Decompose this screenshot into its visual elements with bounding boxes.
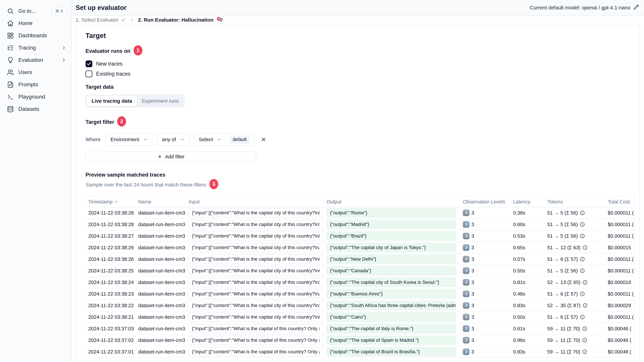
input-preview-chip[interactable]: {"input":[{"content":"What is the capita… xyxy=(188,301,320,310)
input-preview-chip[interactable]: {"input":[{"content":"What is the capita… xyxy=(188,278,320,287)
input-preview-chip[interactable]: {"input":[{"content":"What is the capita… xyxy=(188,255,320,264)
add-filter-button[interactable]: Add filter xyxy=(86,152,256,162)
sidebar-item-playground[interactable]: Playground xyxy=(0,92,71,102)
default-model-label: Current default model: openai / gpt-4.1-… xyxy=(530,5,630,10)
col-observation-levels[interactable]: Observation Levels xyxy=(460,199,510,205)
token-usage: 59 → 11 (Σ 70) xyxy=(547,326,580,332)
remove-filter-button[interactable] xyxy=(259,135,268,144)
table-row[interactable]: 2024-11-22 03:38:22dataset-run-item-cm3s… xyxy=(86,300,634,312)
info-icon[interactable] xyxy=(582,326,587,331)
output-preview-chip[interactable]: {"output":"The capital city of South Kor… xyxy=(326,278,456,287)
output-preview-chip[interactable]: {"output":"The capital city of Japan is … xyxy=(326,243,456,252)
target-card: Target Evaluator runs on 1 New tracesExi… xyxy=(76,24,640,362)
input-preview-chip[interactable]: {"input":[{"content":"What is the capita… xyxy=(188,324,320,333)
info-icon[interactable] xyxy=(580,268,585,273)
table-row[interactable]: 2024-11-22 03:38:25dataset-run-item-cm3s… xyxy=(86,265,634,277)
table-row[interactable]: 2024-11-22 03:37:02dataset-run-item-cm3s… xyxy=(86,335,634,346)
tab-experiment-runs[interactable]: Experiment runs xyxy=(137,96,184,106)
output-preview-chip[interactable]: {"output":"Canada"} xyxy=(326,266,456,275)
filter-column-select[interactable]: Environment xyxy=(106,133,153,146)
table-row[interactable]: 2024-11-22 03:37:01dataset-run-item-cm3s… xyxy=(86,346,634,358)
info-icon[interactable] xyxy=(582,303,588,308)
output-preview-chip[interactable]: {"output":"Brazil"} xyxy=(326,232,456,240)
table-row[interactable]: 2024-11-22 03:38:21dataset-run-item-cm3s… xyxy=(86,312,634,323)
col-name[interactable]: Name xyxy=(136,199,185,205)
cell-latency: 0.50s xyxy=(510,268,545,274)
col-output[interactable]: Output xyxy=(323,199,460,205)
check-icon xyxy=(121,17,126,22)
cell-latency: 0.60s xyxy=(510,222,545,227)
info-icon[interactable] xyxy=(580,210,585,215)
sidebar-item-users[interactable]: Users xyxy=(0,67,71,78)
input-preview-chip[interactable]: {"input":[{"content":"What is the capita… xyxy=(188,336,320,345)
goto-search[interactable]: Go to... ⌘ K xyxy=(0,6,71,16)
sidebar-item-tracing[interactable]: Tracing xyxy=(0,42,71,53)
checkbox-checked-icon[interactable] xyxy=(86,60,92,67)
input-preview-chip[interactable]: {"input":[{"content":"What is the capita… xyxy=(188,208,320,217)
table-row[interactable]: 2024-11-22 03:38:23dataset-run-item-cm3s… xyxy=(86,288,634,300)
info-icon[interactable] xyxy=(580,315,585,320)
table-row[interactable]: 2024-11-22 03:38:26dataset-run-item-cm3s… xyxy=(86,254,634,265)
output-preview-chip[interactable]: {"output":"Cairo"} xyxy=(326,313,456,322)
table-row[interactable]: 2024-11-22 03:38:26dataset-run-item-cm3s… xyxy=(86,242,634,254)
info-icon[interactable] xyxy=(582,280,588,285)
info-icon[interactable] xyxy=(580,257,585,262)
col-latency[interactable]: Latency xyxy=(510,199,545,205)
cell-tokens: 51 → 5 (Σ 56) xyxy=(545,233,605,239)
output-preview-chip[interactable]: {"output":"Madrid"} xyxy=(326,220,456,229)
output-preview-chip[interactable]: {"output":"Buenos Aires"} xyxy=(326,290,456,298)
checkbox-unchecked-icon[interactable] xyxy=(86,70,92,77)
sidebar-item-dashboards[interactable]: Dashboards xyxy=(0,30,71,41)
info-icon[interactable] xyxy=(580,291,585,297)
table-row[interactable]: 2024-11-22 03:38:28dataset-run-item-cm3s… xyxy=(86,207,634,219)
output-preview-chip[interactable]: {"output":"The capital of Spain is Madri… xyxy=(326,336,456,345)
sidebar-item-prompts[interactable]: Prompts xyxy=(0,79,71,90)
breadcrumb-step-1[interactable]: 1. Select Evaluator xyxy=(76,17,126,23)
output-preview-chip[interactable]: {"output":"New Delhi"} xyxy=(326,255,456,264)
input-preview-chip[interactable]: {"input":[{"content":"What is the capita… xyxy=(188,347,320,356)
table-row[interactable]: 2024-11-22 03:37:03dataset-run-item-cm3s… xyxy=(86,323,634,335)
sidebar-item-label: Datasets xyxy=(18,106,39,112)
cell-output: {"output":"Canada"} xyxy=(323,266,460,275)
table-row[interactable]: 2024-11-22 03:38:27dataset-run-item-cm3s… xyxy=(86,230,634,242)
info-icon[interactable] xyxy=(582,245,588,250)
sidebar-item-evaluation[interactable]: Evaluation xyxy=(0,55,71,65)
input-preview-chip[interactable]: {"input":[{"content":"What is the capita… xyxy=(188,232,320,240)
input-preview-chip[interactable]: {"input":[{"content":"What is the capita… xyxy=(188,243,320,252)
output-preview-chip[interactable]: {"output":"South Africa has three capita… xyxy=(326,301,456,310)
sidebar-item-datasets[interactable]: Datasets xyxy=(0,104,71,114)
info-icon[interactable] xyxy=(580,233,585,239)
info-icon[interactable] xyxy=(582,338,587,343)
cell-input: {"input":[{"content":"What is the capita… xyxy=(185,243,323,252)
cell-total-cost: $0.00046 ( xyxy=(605,338,634,343)
output-preview-chip[interactable]: {"output":"Rome"} xyxy=(326,208,456,217)
output-preview-chip[interactable]: {"output":"The capital of Brazil is Bras… xyxy=(326,347,456,356)
col-input[interactable]: Input xyxy=(185,199,323,205)
tab-live-tracing-data[interactable]: Live tracing data xyxy=(87,96,137,106)
cell-output: {"output":"Buenos Aires"} xyxy=(323,290,460,298)
checkbox-existing-traces[interactable]: Existing traces xyxy=(86,70,640,78)
input-preview-chip[interactable]: {"input":[{"content":"What is the capita… xyxy=(188,220,320,229)
filter-operator-select[interactable]: any of xyxy=(157,133,190,146)
output-preview-chip[interactable]: {"output":"The capital of Italy is Rome.… xyxy=(326,324,456,333)
cell-total-cost: $0.000016 xyxy=(605,280,634,285)
info-icon[interactable] xyxy=(582,349,587,354)
input-preview-chip[interactable]: {"input":[{"content":"What is the capita… xyxy=(188,266,320,275)
filter-value-select[interactable]: Select default xyxy=(194,133,254,146)
col-tokens[interactable]: Tokens xyxy=(545,199,605,205)
info-icon[interactable] xyxy=(580,222,585,227)
input-preview-chip[interactable]: {"input":[{"content":"What is the capita… xyxy=(188,313,320,322)
checkbox-new-traces[interactable]: New traces xyxy=(86,60,640,68)
cell-output: {"output":"The capital of Spain is Madri… xyxy=(323,336,460,345)
chevron-down-icon xyxy=(143,137,148,142)
observation-level-icon: i xyxy=(463,302,469,309)
col-timestamp[interactable]: Timestamp xyxy=(86,199,136,205)
sidebar-item-home[interactable]: Home xyxy=(0,18,71,29)
edit-pencil-icon[interactable] xyxy=(634,4,639,11)
table-row[interactable]: 2024-11-22 03:38:24dataset-run-item-cm3s… xyxy=(86,277,634,288)
cell-latency: 0.61s xyxy=(510,326,545,332)
col-total-cost[interactable]: Total Cost xyxy=(605,199,634,205)
topbar: Set up evaluator Current default model: … xyxy=(72,0,644,16)
table-row[interactable]: 2024-11-22 03:38:28dataset-run-item-cm3s… xyxy=(86,219,634,230)
input-preview-chip[interactable]: {"input":[{"content":"What is the capita… xyxy=(188,290,320,298)
